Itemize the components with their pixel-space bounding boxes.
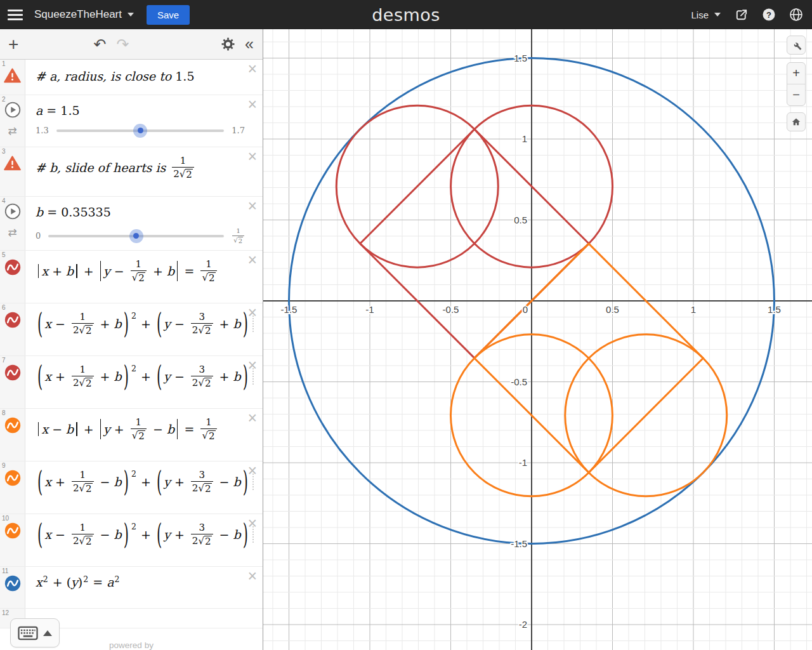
x-tick-label: 1 (691, 304, 696, 315)
expression-content[interactable]: (x + 12√2 + b)2 + (y − 32√2 + b)× (25, 356, 263, 408)
close-icon[interactable]: × (247, 515, 257, 533)
close-icon[interactable]: × (247, 148, 257, 166)
collapse-panel-icon[interactable]: « (245, 35, 254, 53)
slider: 01√2 (36, 227, 246, 244)
close-icon[interactable]: × (247, 197, 257, 215)
play-icon[interactable] (4, 102, 21, 118)
expression-number: 7 (2, 357, 6, 364)
hamburger-icon[interactable] (8, 10, 23, 20)
default-viewport-button[interactable] (787, 112, 806, 131)
slider-track[interactable] (56, 129, 225, 132)
curve-style-button[interactable] (4, 522, 21, 541)
curve-style-button[interactable] (4, 312, 21, 331)
close-icon[interactable]: × (247, 462, 257, 480)
curve-style-button[interactable] (4, 364, 21, 383)
graph-paper[interactable]: -1.5-1-0.500.511.51.510.5-0.5-1-1.5-2 + … (263, 29, 812, 650)
curve-style-icon[interactable] (4, 259, 21, 275)
curve-style-icon[interactable] (4, 470, 21, 486)
math-expression: x2 + (y)2 = a2 (36, 575, 120, 589)
expression-gutter: 6 (0, 303, 25, 355)
account-menu[interactable]: Lise (691, 10, 721, 20)
gear-icon[interactable] (221, 37, 235, 51)
curve-style-icon[interactable] (4, 522, 21, 539)
globe-icon[interactable] (789, 8, 803, 22)
expression-content[interactable]: a = 1.51.31.7× (25, 95, 263, 147)
graph-controls: + − (787, 36, 806, 131)
slider: 1.31.7 (36, 126, 246, 135)
close-icon[interactable]: × (247, 409, 257, 427)
math-token: + (216, 317, 233, 331)
sqrt: √2 (79, 536, 92, 547)
warning-icon-wrap[interactable] (4, 156, 21, 173)
expression-gutter: 9 (0, 461, 25, 514)
close-icon[interactable]: × (247, 251, 257, 269)
expression-content[interactable]: (x − 12√2 + b)2 + (y − 32√2 + b)× (25, 303, 263, 355)
play-icon[interactable] (4, 203, 21, 220)
math-token: b (167, 264, 174, 278)
math-token: 2 (43, 576, 48, 584)
warning-icon[interactable] (4, 156, 21, 171)
expression-content[interactable]: (x + 12√2 − b)2 + (y + 32√2 − b)× (25, 461, 263, 514)
share-icon[interactable] (734, 8, 749, 22)
curve-style-button[interactable] (4, 417, 21, 436)
abs-bar (38, 422, 39, 436)
expression-gutter: 1 (0, 60, 25, 95)
wrench-icon (791, 40, 802, 51)
close-icon[interactable]: × (247, 357, 257, 375)
expression-content[interactable]: b = 0.3533501√2× (25, 197, 263, 250)
expression-content[interactable]: x − b + y + 1√2 − b = 1√2× (25, 409, 263, 461)
close-icon[interactable]: × (247, 304, 257, 322)
zoom-controls: + − (787, 62, 806, 106)
expression-content[interactable]: x2 + (y)2 = a2× (25, 567, 263, 608)
curve-style-icon[interactable] (4, 417, 21, 434)
math-token: y (164, 527, 171, 541)
warning-icon[interactable] (4, 68, 21, 83)
chevron-down-icon (714, 13, 721, 17)
loop-direction-icon[interactable]: ⇄ (0, 226, 25, 239)
y-tick-label: 1.5 (514, 53, 527, 63)
math-token: ( (67, 575, 71, 589)
expression-number: 4 (2, 197, 6, 204)
play-slider-button[interactable] (4, 203, 21, 222)
undo-icon[interactable]: ↶ (93, 36, 106, 53)
close-icon[interactable]: × (247, 96, 257, 114)
expression-content[interactable]: (x − 12√2 − b)2 + (y + 32√2 − b)× (25, 514, 263, 566)
math-token: − (96, 527, 114, 541)
help-icon[interactable]: ? (762, 8, 776, 22)
expression-content[interactable]: # b, slide of hearts is 12√2× (25, 147, 263, 196)
big-paren: ( (157, 518, 162, 551)
y-tick-label: 1 (522, 133, 527, 144)
math-token: + (216, 369, 233, 383)
loop-direction-icon[interactable]: ⇄ (0, 124, 25, 137)
curve-style-button[interactable] (4, 470, 21, 489)
graph-canvas[interactable]: -1.5-1-0.500.511.51.510.5-0.5-1-1.5-2 (263, 29, 812, 650)
big-paren: ( (37, 360, 43, 393)
graph-settings-button[interactable] (787, 36, 806, 55)
curve-style-icon[interactable] (4, 312, 21, 328)
sqrt: √2 (202, 430, 215, 442)
slider-thumb-dot (138, 128, 143, 133)
close-icon[interactable]: × (247, 567, 257, 585)
zoom-in-button[interactable]: + (787, 63, 805, 84)
expression-row-10: 10(x − 12√2 − b)2 + (y + 32√2 − b)× (0, 514, 263, 567)
zoom-out-button[interactable]: − (787, 84, 805, 105)
warning-icon-wrap[interactable] (4, 68, 21, 86)
math-token: x (44, 369, 51, 383)
expression-row-8: 8x − b + y + 1√2 − b = 1√2× (0, 409, 263, 461)
expression-content[interactable]: # a, radius, is close to 1.5× (25, 60, 263, 95)
math-expression: 1.7 (232, 126, 245, 135)
curve-style-icon[interactable] (4, 575, 21, 592)
add-expression-icon[interactable]: + (8, 36, 18, 53)
play-slider-button[interactable] (4, 102, 21, 121)
curve-style-button[interactable] (4, 259, 21, 278)
curve-style-button[interactable] (4, 575, 21, 594)
slider-track[interactable] (48, 235, 224, 237)
expression-content[interactable]: x + b + y − 1√2 + b = 1√2× (25, 251, 263, 303)
save-button[interactable]: Save (147, 5, 190, 25)
curve-style-icon[interactable] (4, 364, 21, 381)
math-token: + (171, 475, 188, 489)
math-token: 0.35335 (61, 205, 111, 219)
close-icon[interactable]: × (247, 60, 257, 78)
expression-content[interactable] (25, 609, 263, 628)
graph-title-menu[interactable]: SqueezeTheHeart (34, 8, 134, 21)
